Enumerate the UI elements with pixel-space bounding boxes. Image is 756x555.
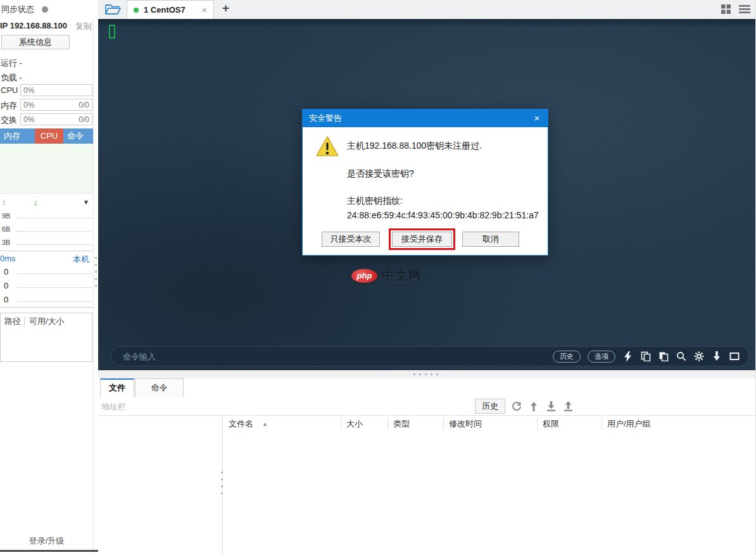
security-warning-dialog: 安全警告 × 主机192.168.88.100密钥未注册过. 是否接受该密钥? …	[302, 109, 548, 256]
tab-command[interactable]: 命令	[63, 128, 87, 144]
upload-file-icon[interactable]	[562, 401, 574, 412]
close-tab-icon[interactable]: ×	[201, 6, 207, 15]
swap-stat-row: 交换 0% 0/0	[1, 113, 93, 125]
load-label: 负载 -	[1, 72, 22, 84]
uptime-label: 运行 -	[1, 58, 22, 69]
command-history-button[interactable]: 历史	[553, 351, 581, 363]
file-list-table[interactable]: 文件名 ▲ 大小 类型 修改时间 权限 用户/用户组	[224, 416, 755, 555]
swap-stat-label: 交换	[1, 115, 17, 126]
command-options-button[interactable]: 选项	[588, 351, 615, 363]
file-manager-panel: 文件 命令 历史	[98, 378, 755, 555]
address-bar-input[interactable]	[101, 399, 431, 413]
system-info-button[interactable]: 系统信息	[1, 35, 70, 49]
command-input[interactable]	[123, 349, 477, 363]
login-upgrade-link[interactable]: 登录/升级	[0, 535, 93, 547]
column-size[interactable]: 大小	[341, 418, 387, 430]
download-arrow-icon[interactable]	[711, 351, 722, 362]
tab-cpu[interactable]: CPU	[35, 128, 63, 144]
swap-stat-ratio: 0/0	[79, 115, 89, 124]
column-owner[interactable]: 用户/用户组	[602, 418, 755, 430]
column-filename[interactable]: 文件名 ▲	[224, 418, 341, 430]
disk-col-available: 可用/大小	[29, 316, 65, 327]
dialog-message-line1: 主机192.168.88.100密钥未注册过.	[347, 140, 482, 152]
ping-graph: 0ms 本机 0 0 0	[0, 254, 93, 308]
paste-icon[interactable]	[658, 351, 669, 362]
open-connection-manager-button[interactable]	[104, 3, 121, 16]
file-browser-content: 文件名 ▲ 大小 类型 修改时间 权限 用户/用户组	[98, 415, 755, 555]
cpu-stat-field: 0%	[20, 84, 92, 96]
chevron-down-icon[interactable]: ▼	[83, 199, 89, 206]
layout-grid-icon[interactable]	[721, 4, 731, 15]
column-modified[interactable]: 修改时间	[443, 418, 537, 430]
ping-target-label[interactable]: 本机	[73, 254, 89, 265]
swap-stat-field: 0% 0/0	[20, 113, 92, 125]
copy-icon[interactable]	[640, 351, 651, 362]
sync-status-label: 同步状态	[1, 4, 34, 15]
memory-stat-value: 0%	[23, 101, 34, 109]
sort-ascending-icon: ▲	[262, 418, 268, 430]
tree-splitter-handle[interactable]	[221, 471, 223, 494]
php-cn-watermark: php 中文网	[351, 268, 422, 284]
dialog-titlebar[interactable]: 安全警告	[303, 109, 548, 127]
copy-ip-button[interactable]: 复制	[75, 21, 92, 32]
dialog-title: 安全警告	[309, 113, 342, 123]
memory-stat-field: 0% 0/0	[20, 99, 92, 111]
download-arrow-icon: ↓	[34, 197, 38, 207]
accept-and-save-button[interactable]: 接受并保存	[392, 232, 452, 247]
disk-table: 路径 可用/大小	[0, 313, 92, 362]
parent-directory-icon[interactable]	[528, 401, 539, 412]
disk-col-path: 路径	[4, 316, 21, 327]
net-tick-6b: 6B	[2, 225, 10, 233]
sync-status-row: 同步状态	[1, 4, 48, 15]
new-tab-button[interactable]: +	[222, 1, 229, 15]
command-input-bar: 历史 选项	[111, 346, 749, 366]
host-ip-label: IP 192.168.88.100	[0, 21, 67, 30]
terminal-panel-splitter[interactable]	[98, 370, 755, 378]
php-logo-icon: php	[351, 269, 377, 283]
dialog-close-button[interactable]: ×	[526, 109, 548, 127]
main-area: 1 CentOS7 × + 安全警告 ×	[98, 0, 756, 555]
net-tick-9b: 9B	[2, 212, 10, 220]
tab-memory[interactable]: 内存	[0, 128, 35, 144]
tab-files[interactable]: 文件	[100, 378, 134, 397]
connection-status-icon	[134, 8, 139, 13]
dialog-fingerprint-value: 24:88:e6:59:4c:f4:93:45:00:9b:4b:82:9b:2…	[347, 210, 539, 220]
accept-once-button[interactable]: 只接受本次	[322, 232, 380, 247]
terminal-cursor	[109, 25, 115, 39]
search-icon[interactable]	[676, 351, 686, 362]
refresh-icon[interactable]	[511, 401, 522, 412]
watermark-text: 中文网	[382, 268, 422, 284]
ping-latency-label: 0ms	[0, 254, 16, 263]
sidebar: 同步状态 IP 192.168.88.100 复制 系统信息 运行 - 负载 -…	[0, 0, 98, 555]
file-table-header: 文件名 ▲ 大小 类型 修改时间 权限 用户/用户组	[224, 416, 755, 432]
upload-arrow-icon: ↑	[2, 197, 6, 207]
column-permissions[interactable]: 权限	[537, 418, 602, 430]
monitor-tabs: 内存 CPU 命令	[0, 128, 93, 144]
swap-stat-value: 0%	[23, 115, 34, 124]
cpu-stat-value: 0%	[23, 86, 34, 95]
directory-tree-pane[interactable]	[98, 416, 223, 555]
gear-icon[interactable]	[693, 351, 704, 362]
cpu-stat-label: CPU	[1, 85, 18, 95]
cancel-button[interactable]: 取消	[462, 232, 519, 247]
download-file-icon[interactable]	[545, 401, 557, 412]
path-history-button[interactable]: 历史	[475, 399, 505, 414]
ping-row-value: 0	[4, 295, 8, 304]
sidebar-divider	[93, 19, 94, 555]
ping-row-value: 0	[4, 281, 8, 290]
warning-triangle-icon	[315, 135, 339, 157]
column-type[interactable]: 类型	[387, 418, 443, 430]
quick-command-icon[interactable]	[622, 351, 633, 362]
memory-stat-row: 内存 0% 0/0	[1, 99, 93, 111]
address-row: 历史	[98, 397, 755, 415]
tab-session-centos7[interactable]: 1 CentOS7 ×	[127, 0, 214, 19]
tab-commands[interactable]: 命令	[135, 378, 184, 397]
ping-row-value: 0	[4, 267, 8, 277]
window-mode-icon[interactable]	[729, 351, 740, 362]
ip-row: IP 192.168.88.100 复制	[0, 21, 93, 30]
monitor-chart-area	[0, 144, 93, 194]
sidebar-splitter-handle[interactable]	[95, 257, 97, 287]
menu-icon[interactable]	[739, 4, 750, 14]
sync-status-dot-icon	[42, 6, 48, 13]
terminal-screen[interactable]: 安全警告 × 主机192.168.88.100密钥未注册过. 是否接受该密钥? …	[98, 19, 755, 370]
